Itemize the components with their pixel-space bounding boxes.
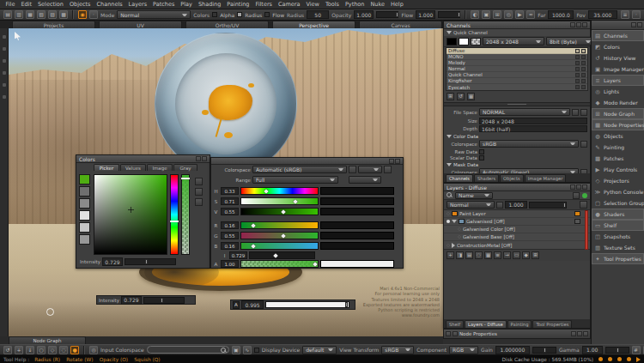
opacity-slider-handle[interactable] (396, 12, 398, 17)
color-swatch[interactable] (79, 210, 90, 221)
add-adjustment-icon[interactable]: ◨ (456, 251, 464, 259)
gamma-slider[interactable] (605, 347, 629, 354)
paint-tool-icon[interactable]: ◉ (78, 10, 87, 19)
layers-panel-header[interactable]: Layers - Diffuse (444, 184, 590, 191)
menu-patches[interactable]: Patches (150, 1, 178, 8)
layer-row-group[interactable]: Galvanised [Off] (444, 218, 590, 226)
alpha-slider-handle[interactable] (181, 178, 190, 179)
clock-icon[interactable]: ◐ (471, 10, 479, 19)
sidebar-item-selection-groups[interactable]: ▢Selection Groups (592, 197, 644, 209)
intensity-value[interactable]: 0.729 (102, 257, 123, 266)
view-transform-dropdown[interactable]: sRGB (381, 346, 414, 354)
add-mask-icon[interactable]: ◌ (475, 251, 483, 259)
lasso-select-icon[interactable]: ◇ (48, 346, 57, 354)
flatten-icon[interactable]: ▭ (513, 251, 520, 259)
float-icon[interactable] (389, 159, 394, 164)
curve-icon[interactable]: ∿ (243, 346, 252, 354)
sidebar-item-shaders[interactable]: ●Shaders (592, 209, 644, 220)
active-brush-icon[interactable]: ● (70, 346, 79, 354)
add-layer-icon[interactable]: + (447, 251, 454, 259)
white-swatch[interactable] (459, 38, 469, 45)
lut-checkbox[interactable] (254, 348, 259, 353)
share-layer-icon[interactable]: → (503, 251, 511, 259)
menu-shading[interactable]: Shading (195, 1, 223, 8)
range-dropdown[interactable]: Full (252, 176, 338, 184)
tab-painting[interactable]: Painting (507, 320, 532, 328)
tab-canvas[interactable]: Canvas (359, 21, 442, 28)
channel-cache-icon[interactable] (581, 67, 586, 71)
color-swatch[interactable] (79, 186, 90, 197)
menu-help[interactable]: Help (387, 1, 406, 8)
status-play-icon[interactable] (636, 357, 641, 362)
component-dropdown[interactable]: RGB (449, 346, 478, 354)
intensity-slider[interactable] (125, 258, 176, 265)
channel-lock-icon[interactable] (575, 73, 580, 77)
tab-values[interactable]: Values (120, 164, 146, 171)
opacity-slider[interactable] (376, 11, 398, 18)
colorspace-options-icon[interactable] (349, 166, 356, 173)
swap-colors-icon[interactable] (195, 188, 203, 196)
tab-shaders[interactable]: Shaders (474, 174, 499, 182)
sidebar-item-layers[interactable]: ≡Layers (592, 75, 644, 86)
sidebar-item-colors[interactable]: ◩Colors (592, 41, 644, 52)
tab-uv[interactable]: UV (99, 21, 182, 28)
channel-lock-icon[interactable] (575, 61, 580, 65)
blend-mode-dropdown[interactable]: Normal (447, 201, 495, 209)
channel-cache-icon[interactable] (581, 79, 586, 83)
slider-handle[interactable] (293, 199, 298, 204)
drop-tool-icon[interactable]: ↓ (26, 346, 34, 354)
radius-checkbox[interactable] (237, 12, 242, 17)
expander-icon[interactable] (447, 135, 452, 138)
channel-lock-icon[interactable] (575, 49, 580, 53)
intensity-slider[interactable] (143, 297, 185, 304)
colorspace-auto-icon[interactable] (580, 141, 587, 148)
close-icon[interactable] (202, 156, 207, 161)
sidebar-item-tool-properties[interactable]: ✦Tool Properties (592, 253, 644, 264)
colorspace-search-input[interactable] (147, 346, 229, 354)
sidebar-item-modo-render[interactable]: ◆Modo Render (592, 97, 644, 108)
alpha-slider-handle[interactable] (345, 302, 348, 307)
menu-python[interactable]: Python (342, 1, 368, 8)
sync-channel-icon[interactable]: ↺ (457, 93, 465, 100)
channel-cache-icon[interactable] (581, 73, 586, 77)
play-icon[interactable]: ▶ (515, 10, 524, 19)
layer-row-group[interactable]: ConstructionMetal [Off] (444, 241, 590, 249)
channel-row[interactable]: Eyecatch (447, 84, 587, 90)
layer-history-icon[interactable] (573, 192, 580, 199)
colorspace-aux-dropdown[interactable] (358, 166, 382, 173)
slider-value[interactable]: 0.55 (221, 208, 239, 215)
scalar-data-checkbox[interactable] (479, 155, 484, 160)
slider-value[interactable]: 0.16 (221, 221, 239, 229)
open-project-icon[interactable]: ▥ (15, 10, 23, 19)
slider-handle[interactable] (281, 209, 286, 215)
tab-node-graph[interactable]: Node Graph (9, 336, 86, 344)
minimize-icon[interactable] (570, 185, 575, 190)
sidebar-item-projectors[interactable]: ◇Projectors (592, 175, 644, 186)
sidebar-item-history-view[interactable]: ↺History View (592, 52, 644, 64)
layer-amount-handle[interactable] (563, 203, 566, 208)
status-orange-icon[interactable] (617, 357, 622, 361)
menu-layers[interactable]: Layers (125, 1, 150, 8)
panel-splitter[interactable] (444, 102, 590, 106)
circle-select-icon[interactable]: ○ (37, 346, 46, 354)
status-orange-icon[interactable] (598, 357, 603, 361)
alpha-slider[interactable] (265, 301, 349, 308)
tab-picker[interactable]: Picker (94, 164, 119, 171)
radius-input[interactable]: 50 (307, 10, 329, 19)
visibility-dot-icon[interactable] (447, 244, 450, 247)
gain-value[interactable]: 1.000000 (495, 346, 530, 354)
tab-objects[interactable]: Objects (500, 174, 524, 182)
colors-panel-header[interactable]: Colors (76, 155, 210, 163)
tab-layers-diffuse[interactable]: Layers - Diffuse (465, 320, 507, 328)
visibility-dot-icon[interactable] (458, 235, 461, 239)
channel-row-selected[interactable]: Diffuse (447, 48, 587, 54)
undo-icon[interactable]: ↺ (3, 346, 12, 354)
menu-camera[interactable]: Camera (275, 1, 303, 8)
eraser-tool-icon[interactable]: · (89, 10, 98, 19)
sidebar-item-image-manager[interactable]: ▣Image Manager (592, 64, 644, 75)
intensity-slider-handle[interactable] (161, 298, 163, 303)
gain-slider-handle[interactable] (544, 348, 546, 353)
intensity-slider-handle[interactable] (145, 259, 148, 264)
channel-colorspace-dropdown[interactable]: sRGB (479, 140, 579, 148)
layer-amount-value[interactable]: 1.000 (505, 201, 527, 209)
